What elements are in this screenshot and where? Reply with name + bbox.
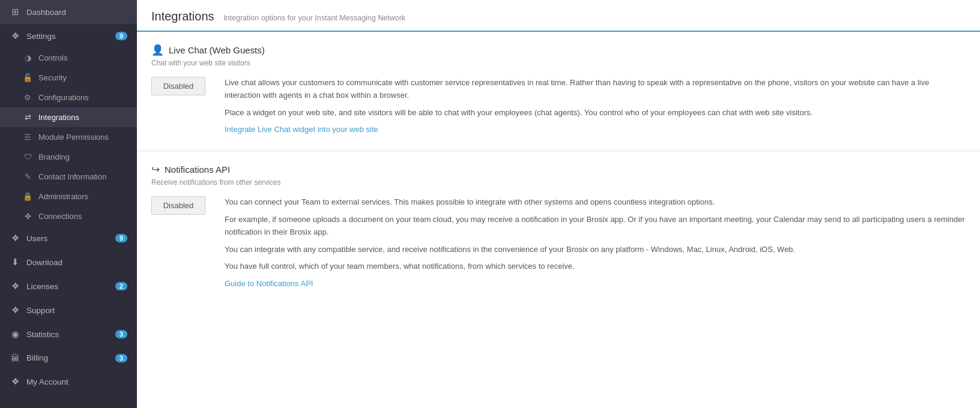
page-title: Integrations <box>151 10 214 23</box>
sidebar-item-label: Branding <box>38 152 70 161</box>
sidebar-item-label: Statistics <box>26 330 59 339</box>
licenses-icon: ❖ <box>10 281 20 292</box>
notifications-api-para-2: For example, if someone uploads a docume… <box>225 214 966 239</box>
live-chat-subtitle: Chat with your web site visitors <box>151 59 966 67</box>
sidebar-item-support[interactable]: ❖ Support <box>0 298 137 322</box>
page-content: 👤 Live Chat (Web Guests) Chat with your … <box>137 32 980 305</box>
branding-icon: 🛡 <box>23 152 32 161</box>
notifications-api-body: Disabled You can connect your Team to ex… <box>151 196 966 290</box>
sidebar-item-configurations[interactable]: ⚙ Configurations <box>0 88 137 107</box>
live-chat-header: 👤 Live Chat (Web Guests) <box>151 44 966 56</box>
notifications-api-para-1: You can connect your Team to external se… <box>225 196 966 209</box>
my-account-icon: ❖ <box>10 376 20 387</box>
sidebar-item-connections[interactable]: ✤ Connections <box>0 206 137 226</box>
sidebar-item-label: Users <box>26 234 47 243</box>
contact-information-icon: ✎ <box>23 172 32 181</box>
download-icon: ⬇ <box>10 257 20 268</box>
notifications-api-header: ↪ Notifications API <box>151 163 966 176</box>
notifications-api-description: You can connect your Team to external se… <box>225 196 966 290</box>
sidebar-item-label: My Account <box>26 377 68 386</box>
sidebar-item-label: Configurations <box>38 93 89 102</box>
billing-badge: 3 <box>115 354 127 362</box>
sidebar-item-label: Contact Information <box>38 172 106 181</box>
sidebar: ⊞ Dashboard ❖ Settings 9 ◑ Controls 🔓 Se… <box>0 0 137 408</box>
main-content: Integrations Integration options for you… <box>137 0 980 408</box>
billing-icon: 🏛 <box>10 353 20 363</box>
notifications-api-link[interactable]: Guide to Notifications API <box>225 279 313 288</box>
sidebar-item-users[interactable]: ❖ Users 9 <box>0 226 137 250</box>
sidebar-item-security[interactable]: 🔓 Security <box>0 68 137 88</box>
sidebar-item-label: Administrators <box>38 192 88 201</box>
sidebar-item-label: Connections <box>38 212 82 221</box>
notifications-api-para-3: You can integrate with any compatible se… <box>225 244 966 256</box>
sidebar-item-label: Module Permissions <box>38 133 109 142</box>
live-chat-body: Disabled Live chat allows your customers… <box>151 77 966 136</box>
live-chat-icon: 👤 <box>151 44 164 56</box>
sidebar-item-integrations[interactable]: ⇄ Integrations <box>0 107 137 127</box>
configurations-icon: ⚙ <box>23 93 32 102</box>
notifications-api-para-4: You have full control, which of your tea… <box>225 260 966 273</box>
sidebar-item-billing[interactable]: 🏛 Billing 3 <box>0 346 137 370</box>
live-chat-toggle-button[interactable]: Disabled <box>151 77 205 95</box>
sidebar-item-label: Download <box>26 258 62 267</box>
sidebar-item-statistics[interactable]: ◉ Statistics 3 <box>0 322 137 346</box>
administrators-icon: 🔒 <box>23 192 32 201</box>
settings-badge: 9 <box>115 32 127 40</box>
live-chat-para-1: Live chat allows your customers to commu… <box>225 77 966 102</box>
sidebar-item-dashboard[interactable]: ⊞ Dashboard <box>0 0 137 24</box>
sidebar-item-download[interactable]: ⬇ Download <box>0 250 137 274</box>
module-permissions-icon: ☰ <box>23 133 32 142</box>
dashboard-icon: ⊞ <box>10 7 20 17</box>
statistics-badge: 3 <box>115 330 127 338</box>
sidebar-item-label: Dashboard <box>26 8 66 17</box>
sidebar-item-administrators[interactable]: 🔒 Administrators <box>0 187 137 206</box>
security-icon: 🔓 <box>23 73 32 82</box>
live-chat-title: Live Chat (Web Guests) <box>169 45 265 55</box>
users-icon: ❖ <box>10 233 20 244</box>
sidebar-item-label: Integrations <box>38 113 79 122</box>
connections-icon: ✤ <box>23 212 32 221</box>
support-icon: ❖ <box>10 305 20 316</box>
sidebar-item-label: Licenses <box>26 282 58 291</box>
live-chat-section: 👤 Live Chat (Web Guests) Chat with your … <box>137 32 980 151</box>
page-header: Integrations Integration options for you… <box>137 0 980 32</box>
integrations-icon: ⇄ <box>23 113 32 122</box>
sidebar-item-settings[interactable]: ❖ Settings 9 <box>0 24 137 48</box>
statistics-icon: ◉ <box>10 329 20 340</box>
live-chat-description: Live chat allows your customers to commu… <box>225 77 966 136</box>
sidebar-item-contact-information[interactable]: ✎ Contact Information <box>0 167 137 187</box>
sidebar-item-label: Controls <box>38 53 67 62</box>
controls-icon: ◑ <box>23 53 32 62</box>
notifications-api-title: Notifications API <box>165 164 230 175</box>
live-chat-para-2: Place a widget on your web site, and sit… <box>225 107 966 119</box>
sidebar-item-controls[interactable]: ◑ Controls <box>0 48 137 68</box>
sidebar-item-label: Security <box>38 73 67 82</box>
sidebar-item-my-account[interactable]: ❖ My Account <box>0 370 137 394</box>
notifications-api-section: ↪ Notifications API Receive notification… <box>137 151 980 305</box>
sidebar-item-label: Billing <box>26 353 48 362</box>
sidebar-item-branding[interactable]: 🛡 Branding <box>0 147 137 167</box>
users-badge: 9 <box>115 234 127 242</box>
settings-icon: ❖ <box>10 31 20 41</box>
sidebar-item-label: Settings <box>26 32 56 41</box>
notifications-api-icon: ↪ <box>151 163 160 176</box>
sidebar-item-module-permissions[interactable]: ☰ Module Permissions <box>0 127 137 147</box>
notifications-api-subtitle: Receive notifications from other service… <box>151 178 966 187</box>
sidebar-item-licenses[interactable]: ❖ Licenses 2 <box>0 274 137 298</box>
page-subtitle: Integration options for your Instant Mes… <box>223 14 405 22</box>
live-chat-link[interactable]: Integrate Live Chat widget into your web… <box>225 125 378 134</box>
notifications-api-toggle-button[interactable]: Disabled <box>151 196 205 215</box>
licenses-badge: 2 <box>115 282 127 290</box>
sidebar-item-label: Support <box>26 306 55 315</box>
